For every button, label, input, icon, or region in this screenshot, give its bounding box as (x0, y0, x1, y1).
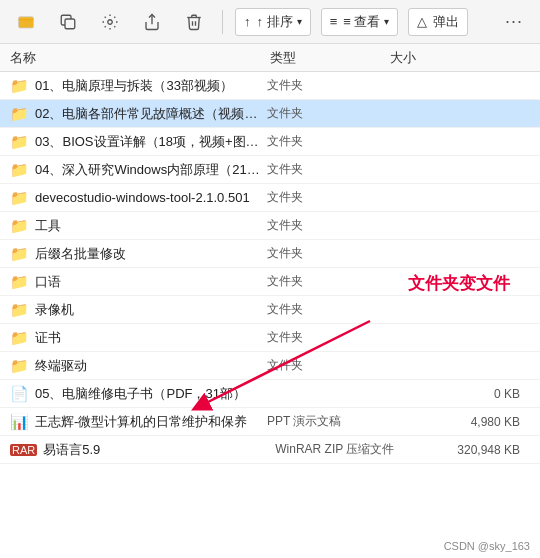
file-row[interactable]: 📁 终端驱动 文件夹 (0, 352, 540, 380)
file-row[interactable]: 📁 工具 文件夹 (0, 212, 540, 240)
file-name: 04、深入研究Windows内部原理（21视… (35, 161, 267, 179)
folder-icon: 📁 (10, 273, 29, 291)
file-type: WinRAR ZIP 压缩文件 (275, 441, 395, 458)
new-folder-icon[interactable] (10, 6, 42, 38)
separator-1 (222, 10, 223, 34)
file-row[interactable]: 📁 03、BIOS设置详解（18项，视频+图文） 文件夹 (0, 128, 540, 156)
file-type: PPT 演示文稿 (267, 413, 387, 430)
file-icon: 📄 (10, 385, 29, 403)
folder-icon: 📁 (10, 77, 29, 95)
more-icon[interactable]: ··· (498, 6, 530, 38)
file-row[interactable]: 📁 01、电脑原理与拆装（33部视频） 文件夹 (0, 72, 540, 100)
folder-icon: 📁 (10, 357, 29, 375)
file-row[interactable]: 📁 04、深入研究Windows内部原理（21视… 文件夹 (0, 156, 540, 184)
file-name: 口语 (35, 273, 267, 291)
file-type: 文件夹 (267, 273, 387, 290)
ppt-icon: 📊 (10, 413, 29, 431)
view-button[interactable]: ≡ ≡ 查看 ▾ (321, 8, 399, 36)
folder-icon: 📁 (10, 189, 29, 207)
file-name: 王志辉-微型计算机的日常维护和保养 (35, 413, 267, 431)
file-name: 01、电脑原理与拆装（33部视频） (35, 77, 267, 95)
col-name-header: 名称 (10, 49, 270, 67)
sort-dropdown-icon: ▾ (297, 16, 302, 27)
file-name: 易语言5.9 (43, 441, 275, 459)
folder-icon: 📁 (10, 161, 29, 179)
toolbar: ↑ ↑ 排序 ▾ ≡ ≡ 查看 ▾ △ 弹出 ··· (0, 0, 540, 44)
file-type: 文件夹 (267, 357, 387, 374)
file-name: devecostudio-windows-tool-2.1.0.501 (35, 190, 267, 205)
file-name: 录像机 (35, 301, 267, 319)
col-type-header: 类型 (270, 49, 390, 67)
file-row[interactable]: 📁 口语 文件夹 (0, 268, 540, 296)
file-list-area: 📁 01、电脑原理与拆装（33部视频） 文件夹 📁 02、电脑各部件常见故障概述… (0, 72, 540, 464)
file-row[interactable]: 📁 devecostudio-windows-tool-2.1.0.501 文件… (0, 184, 540, 212)
file-name: 终端驱动 (35, 357, 267, 375)
file-type: 文件夹 (267, 105, 387, 122)
file-name: 02、电脑各部件常见故障概述（视频，2… (35, 105, 267, 123)
file-row[interactable]: 📄 05、电脑维修电子书（PDF，31部） 0 KB (0, 380, 540, 408)
file-size: 0 KB (387, 387, 530, 401)
file-size: 320,948 KB (395, 443, 530, 457)
svg-rect-1 (65, 19, 75, 29)
file-type: 文件夹 (267, 217, 387, 234)
eject-icon: △ (417, 14, 427, 29)
folder-icon: 📁 (10, 105, 29, 123)
file-name: 工具 (35, 217, 267, 235)
zip-icon: RAR (10, 444, 37, 456)
folder-icon: 📁 (10, 133, 29, 151)
sort-button[interactable]: ↑ ↑ 排序 ▾ (235, 8, 311, 36)
view-icon: ≡ (330, 14, 338, 29)
file-size: 4,980 KB (387, 415, 530, 429)
file-type: 文件夹 (267, 161, 387, 178)
file-type: 文件夹 (267, 245, 387, 262)
watermark: CSDN @sky_163 (444, 540, 530, 552)
file-row[interactable]: 📊 王志辉-微型计算机的日常维护和保养 PPT 演示文稿 4,980 KB (0, 408, 540, 436)
file-name: 后缀名批量修改 (35, 245, 267, 263)
file-row[interactable]: 📁 后缀名批量修改 文件夹 (0, 240, 540, 268)
share-icon[interactable] (136, 6, 168, 38)
file-list: 📁 01、电脑原理与拆装（33部视频） 文件夹 📁 02、电脑各部件常见故障概述… (0, 72, 540, 464)
file-name: 证书 (35, 329, 267, 347)
file-name: 03、BIOS设置详解（18项，视频+图文） (35, 133, 267, 151)
properties-icon[interactable] (94, 6, 126, 38)
file-row[interactable]: 📁 证书 文件夹 (0, 324, 540, 352)
file-type: 文件夹 (267, 189, 387, 206)
view-label: ≡ 查看 (343, 13, 380, 31)
sort-icon: ↑ (244, 14, 251, 29)
folder-icon: 📁 (10, 329, 29, 347)
sort-label: ↑ 排序 (257, 13, 293, 31)
folder-icon: 📁 (10, 245, 29, 263)
eject-label: 弹出 (433, 13, 459, 31)
delete-icon[interactable] (178, 6, 210, 38)
svg-point-2 (108, 19, 113, 24)
col-size-header: 大小 (390, 49, 530, 67)
file-type: 文件夹 (267, 301, 387, 318)
file-name: 05、电脑维修电子书（PDF，31部） (35, 385, 267, 403)
file-type: 文件夹 (267, 77, 387, 94)
column-header: 名称 类型 大小 (0, 44, 540, 72)
eject-button[interactable]: △ 弹出 (408, 8, 468, 36)
view-dropdown-icon: ▾ (384, 16, 389, 27)
svg-rect-0 (19, 16, 34, 27)
file-type: 文件夹 (267, 329, 387, 346)
folder-icon: 📁 (10, 217, 29, 235)
file-row[interactable]: RAR 易语言5.9 WinRAR ZIP 压缩文件 320,948 KB (0, 436, 540, 464)
folder-icon: 📁 (10, 301, 29, 319)
file-type: 文件夹 (267, 133, 387, 150)
file-row[interactable]: 📁 02、电脑各部件常见故障概述（视频，2… 文件夹 (0, 100, 540, 128)
file-row[interactable]: 📁 录像机 文件夹 (0, 296, 540, 324)
copy-icon[interactable] (52, 6, 84, 38)
